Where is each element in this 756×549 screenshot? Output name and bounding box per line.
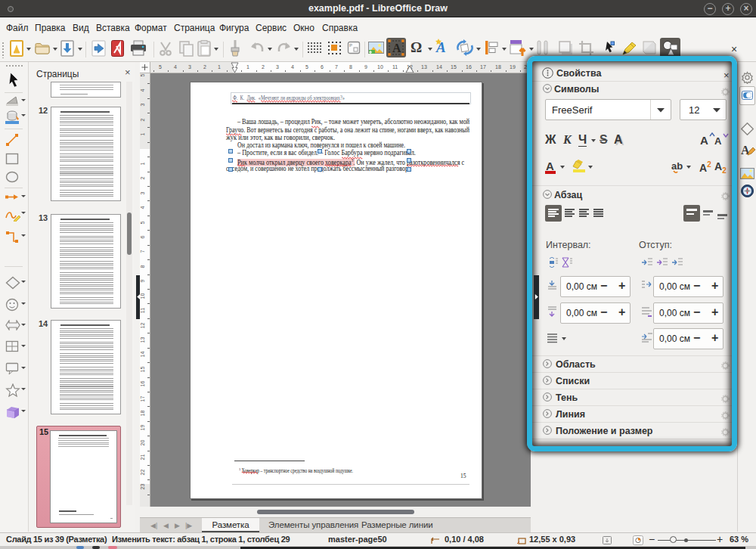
svg-text:A: A [392, 42, 401, 54]
svg-text:P: P [349, 43, 352, 48]
